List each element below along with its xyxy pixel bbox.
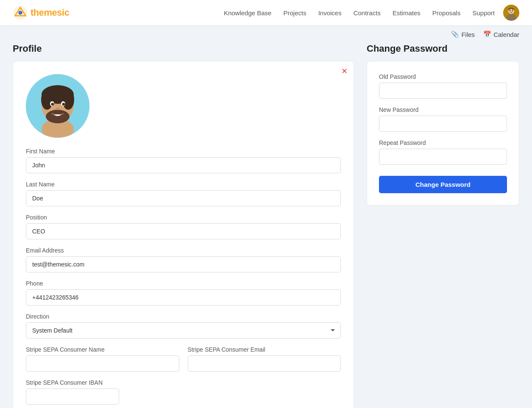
profile-photo bbox=[26, 74, 89, 138]
toolbar: 📎 Files 📅 Calendar bbox=[0, 25, 532, 43]
calendar-label: Calendar bbox=[493, 31, 519, 38]
first-name-group: First Name bbox=[26, 148, 341, 173]
last-name-input[interactable] bbox=[26, 190, 341, 206]
svg-point-4 bbox=[507, 14, 516, 21]
sepa-email-input[interactable] bbox=[188, 355, 341, 372]
direction-group: Direction System Default LTR RTL bbox=[26, 313, 341, 339]
nav-support[interactable]: Support bbox=[472, 9, 495, 17]
sepa-top-row: Stripe SEPA Consumer Name Stripe SEPA Co… bbox=[26, 346, 341, 379]
repeat-password-group: Repeat Password bbox=[379, 139, 507, 165]
header: themesic Knowledge Base Projects Invoice… bbox=[0, 0, 532, 25]
svg-point-16 bbox=[51, 103, 54, 106]
main-nav: Knowledge Base Projects Invoices Contrac… bbox=[224, 9, 495, 17]
old-password-group: Old Password bbox=[379, 73, 507, 99]
sepa-name-label: Stripe SEPA Consumer Name bbox=[26, 346, 179, 353]
left-panel: Profile ✕ bbox=[13, 43, 354, 408]
svg-point-17 bbox=[62, 103, 65, 106]
sepa-iban-input[interactable] bbox=[26, 389, 119, 405]
email-label: Email Address bbox=[26, 247, 341, 254]
repeat-password-label: Repeat Password bbox=[379, 139, 507, 146]
email-input[interactable] bbox=[26, 256, 341, 272]
nav-proposals[interactable]: Proposals bbox=[432, 9, 461, 17]
phone-label: Phone bbox=[26, 280, 341, 287]
svg-point-18 bbox=[56, 108, 59, 110]
calendar-icon: 📅 bbox=[483, 31, 491, 38]
files-label: Files bbox=[461, 31, 475, 38]
svg-point-13 bbox=[46, 110, 70, 123]
phone-input[interactable] bbox=[26, 289, 341, 305]
logo[interactable]: themesic bbox=[13, 5, 69, 20]
sepa-email-label: Stripe SEPA Consumer Email bbox=[188, 346, 341, 353]
last-name-group: Last Name bbox=[26, 181, 341, 206]
first-name-input[interactable] bbox=[26, 157, 341, 173]
position-label: Position bbox=[26, 214, 341, 221]
profile-avatar[interactable] bbox=[26, 74, 89, 138]
direction-label: Direction bbox=[26, 313, 341, 320]
files-link[interactable]: 📎 Files bbox=[451, 31, 475, 38]
close-button[interactable]: ✕ bbox=[341, 67, 348, 75]
repeat-password-input[interactable] bbox=[379, 149, 507, 165]
brand-name: themesic bbox=[31, 7, 69, 18]
change-password-button[interactable]: Change Password bbox=[379, 176, 507, 193]
sepa-name-group: Stripe SEPA Consumer Name bbox=[26, 346, 179, 372]
paperclip-icon: 📎 bbox=[451, 31, 459, 38]
svg-point-11 bbox=[41, 89, 53, 110]
avatar-image bbox=[503, 5, 519, 21]
sepa-iban-group: Stripe SEPA Consumer IBAN bbox=[26, 379, 119, 405]
new-password-input[interactable] bbox=[379, 116, 507, 132]
position-input[interactable] bbox=[26, 223, 341, 239]
position-group: Position bbox=[26, 214, 341, 239]
profile-card: ✕ bbox=[13, 61, 354, 408]
nav-knowledge-base[interactable]: Knowledge Base bbox=[224, 9, 272, 17]
svg-point-5 bbox=[510, 10, 511, 11]
profile-title: Profile bbox=[13, 43, 354, 54]
logo-icon bbox=[13, 5, 28, 20]
new-password-group: New Password bbox=[379, 106, 507, 132]
new-password-label: New Password bbox=[379, 106, 507, 113]
change-password-card: Old Password New Password Repeat Passwor… bbox=[367, 61, 519, 205]
email-group: Email Address bbox=[26, 247, 341, 272]
sepa-iban-label: Stripe SEPA Consumer IBAN bbox=[26, 379, 119, 386]
nav-contracts[interactable]: Contracts bbox=[354, 9, 381, 17]
old-password-label: Old Password bbox=[379, 73, 507, 80]
sepa-name-input[interactable] bbox=[26, 355, 179, 372]
main-content: Profile ✕ bbox=[0, 43, 532, 408]
svg-point-6 bbox=[512, 10, 513, 11]
nav-invoices[interactable]: Invoices bbox=[318, 9, 342, 17]
last-name-label: Last Name bbox=[26, 181, 341, 188]
phone-group: Phone bbox=[26, 280, 341, 305]
calendar-link[interactable]: 📅 Calendar bbox=[483, 31, 519, 38]
avatar-container bbox=[26, 74, 341, 138]
right-panel: Change Password Old Password New Passwor… bbox=[367, 43, 519, 205]
sepa-email-group: Stripe SEPA Consumer Email bbox=[188, 346, 341, 372]
user-avatar[interactable] bbox=[503, 5, 519, 21]
nav-projects[interactable]: Projects bbox=[283, 9, 306, 17]
change-password-title: Change Password bbox=[367, 43, 519, 54]
old-password-input[interactable] bbox=[379, 83, 507, 99]
nav-estimates[interactable]: Estimates bbox=[393, 9, 421, 17]
direction-select[interactable]: System Default LTR RTL bbox=[26, 322, 341, 339]
first-name-label: First Name bbox=[26, 148, 341, 155]
svg-point-12 bbox=[62, 89, 74, 110]
